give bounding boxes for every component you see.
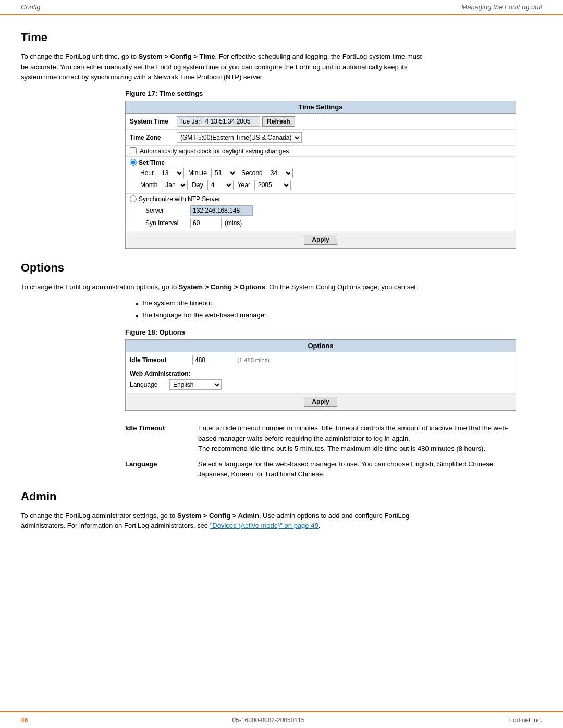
server-input[interactable] [190,205,253,216]
bullet-text-2: the language for the web-based manager. [143,311,268,319]
desc-def-language: Select a language for the web-based mana… [198,459,516,479]
daylight-checkbox[interactable] [130,147,137,154]
time-intro-text: To change the FortiLog unit time, go to [21,53,138,60]
month-label: Month [140,181,157,189]
desc-def-idle: Enter an idle timeout number in minutes.… [198,423,516,454]
time-settings-panel: Time Settings System Time Refresh Time Z… [125,101,516,249]
options-body-text: To change the FortiLog administration op… [21,282,427,292]
language-label: Language [130,381,166,388]
bullet-dot-1: • [136,299,139,309]
options-panel-title: Options [126,340,516,352]
time-panel-title: Time Settings [126,101,516,114]
figure-17-label: Figure 17: Time settings [125,90,542,97]
footer: 46 05-16000-0082-20050115 Fortinet Inc. [0,711,563,728]
month-select[interactable]: Jan [162,180,188,190]
set-time-radio[interactable] [130,159,137,166]
refresh-button[interactable]: Refresh [262,116,295,127]
system-time-value-row: Refresh [177,116,295,127]
timezone-value-row: (GMT-5:00)Eastern Time(US & Canada) [177,132,302,143]
admin-link[interactable]: "Devices (Active mode)" on page 49 [210,522,319,529]
admin-body-text: To change the FortiLog administrator set… [21,511,427,531]
options-bullet-list: • the system idle timeout. • the languag… [136,299,542,321]
options-intro: To change the FortiLog administration op… [21,283,179,291]
admin-nav-path: System > Config > Admin [177,512,259,520]
options-nav-path: System > Config > Options [179,283,265,291]
header-left: Config [21,3,41,11]
time-heading: Time [21,31,542,44]
syn-interval-unit: (mins) [225,219,242,227]
bullet-text-1: the system idle timeout. [143,299,214,307]
options-heading: Options [21,261,542,275]
options-panel: Options Idle Timeout (1-480 mins) Web Ad… [125,339,516,411]
footer-page-number: 46 [21,717,28,724]
admin-intro: To change the FortiLog administrator set… [21,512,177,520]
hour-label: Hour [140,169,154,177]
timezone-select[interactable]: (GMT-5:00)Eastern Time(US & Canada) [177,132,302,143]
hms-row: Hour 13 Minute 51 Second 34 [130,168,511,178]
syn-interval-label: Syn Interval [145,219,187,227]
set-time-label: Set Time [139,159,165,166]
day-label: Day [192,181,203,189]
ntp-section: Synchronize with NTP Server Server Syn I… [126,193,516,231]
mdy-row: Month Jan Day 4 Year 2005 [130,180,511,190]
desc-item-language: Language Select a language for the web-b… [125,459,516,479]
options-apply-row: Apply [126,393,516,410]
language-row: Language English [126,377,516,393]
system-time-input [177,116,260,127]
hour-select[interactable]: 13 [158,168,184,178]
server-row: Server [130,204,511,217]
minute-label: Minute [188,169,207,177]
system-time-label: System Time [130,118,177,125]
options-apply-button[interactable]: Apply [304,397,337,407]
timezone-label: Time Zone [130,134,177,141]
ntp-radio-row: Synchronize with NTP Server [130,195,511,203]
daylight-checkbox-row: Automatically adjust clock for daylight … [126,146,516,156]
daylight-label: Automatically adjust clock for daylight … [140,147,289,155]
set-time-radio-row: Set Time [130,159,511,166]
time-body-text: To change the FortiLog unit time, go to … [21,52,427,82]
second-select[interactable]: 34 [267,168,293,178]
year-select[interactable]: 2005 [254,180,291,190]
server-label: Server [145,207,187,214]
options-body-cont: . On the System Config Options page, you… [265,283,418,291]
language-select[interactable]: English [169,379,222,390]
bullet-dot-2: • [136,311,139,321]
idle-timeout-label: Idle Timeout [130,356,192,364]
syn-interval-row: Syn Interval (mins) [130,217,511,229]
header-right: Managing the FortiLog unit [461,3,542,11]
admin-period: . [319,522,321,529]
desc-term-idle: Idle Timeout [125,423,198,454]
idle-timeout-input[interactable] [192,355,234,365]
desc-item-idle: Idle Timeout Enter an idle timeout numbe… [125,423,516,454]
web-admin-label: Web Administration: [126,368,516,377]
main-content: Time To change the FortiLog unit time, g… [0,15,563,559]
desc-list: Idle Timeout Enter an idle timeout numbe… [125,423,516,479]
footer-company: Fortinet Inc. [509,717,542,724]
ntp-radio[interactable] [130,195,137,202]
syn-interval-input[interactable] [190,218,222,228]
bullet-item-1: • the system idle timeout. [136,299,542,309]
header-bar: Config Managing the FortiLog unit [0,0,563,15]
year-label: Year [238,181,250,189]
time-nav-path: System > Config > Time [138,53,215,60]
time-apply-row: Apply [126,231,516,248]
idle-timeout-hint: (1-480 mins) [237,357,270,363]
second-label: Second [241,169,263,177]
footer-doc-code: 05-16000-0082-20050115 [232,717,305,724]
idle-timeout-row: Idle Timeout (1-480 mins) [126,352,516,368]
minute-select[interactable]: 51 [211,168,237,178]
admin-heading: Admin [21,490,542,503]
day-select[interactable]: 4 [207,180,234,190]
idle-timeout-value: (1-480 mins) [192,355,270,365]
figure-18-label: Figure 18: Options [125,328,542,336]
time-apply-button[interactable]: Apply [304,235,337,245]
bullet-item-2: • the language for the web-based manager… [136,311,542,321]
ntp-radio-label: Synchronize with NTP Server [139,195,221,203]
desc-term-language: Language [125,459,198,479]
